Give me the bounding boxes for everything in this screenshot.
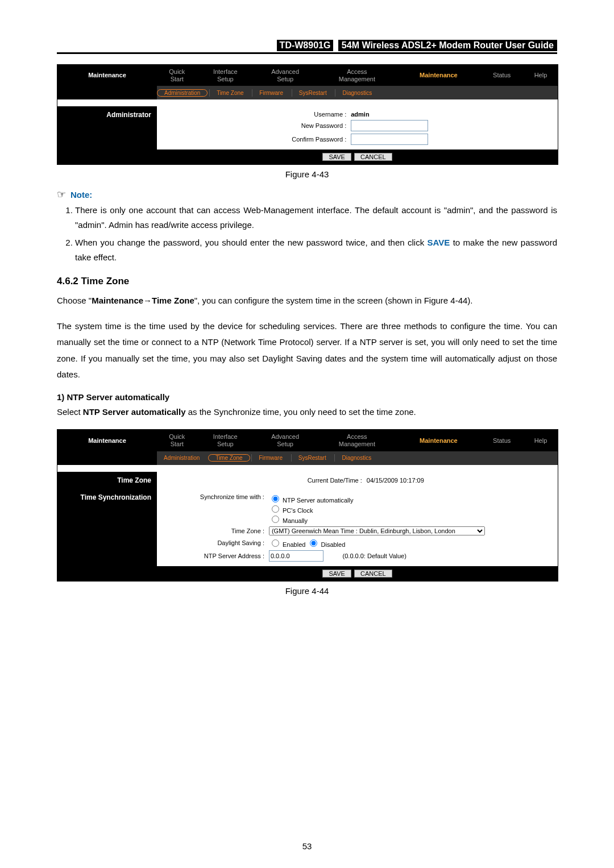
cancel-button-2[interactable] <box>354 570 392 578</box>
save-button-2[interactable] <box>322 570 351 578</box>
subnav-sysrestart[interactable]: SysRestart <box>292 89 334 97</box>
figure-4-44-caption: Figure 4-44 <box>57 586 557 596</box>
radio-dst-enabled[interactable]: Enabled <box>269 541 305 548</box>
label-new-password: New Password : <box>185 119 349 132</box>
input-confirm-password[interactable] <box>351 134 428 145</box>
subnav2-administration[interactable]: Administration <box>157 454 206 462</box>
subnav2-diagnostics[interactable]: Diagnostics <box>334 454 378 462</box>
side-administrator: Administrator <box>57 106 157 149</box>
nav2-access-management[interactable]: AccessManagement <box>317 430 397 451</box>
sub-ntp-heading: 1) NTP Server automatically <box>57 392 557 402</box>
main-nav: Maintenance QuickStart InterfaceSetup Ad… <box>57 65 558 86</box>
subnav2-firmware[interactable]: Firmware <box>251 454 289 462</box>
radio-manually[interactable]: Manually <box>269 517 308 524</box>
side-time-zone: Time Zone <box>57 472 157 489</box>
page-number: 53 <box>0 841 614 851</box>
input-ntp-address[interactable] <box>269 550 323 562</box>
nav-quick-start[interactable]: QuickStart <box>157 65 197 86</box>
note-item-2: When you change the password, you should… <box>75 235 557 264</box>
label-confirm-password: Confirm Password : <box>185 132 349 146</box>
nav2-interface-setup[interactable]: InterfaceSetup <box>197 430 254 451</box>
note-list: There is only one account that can acces… <box>57 203 557 264</box>
nav-help[interactable]: Help <box>524 65 558 86</box>
nav-advanced-setup[interactable]: AdvancedSetup <box>254 65 317 86</box>
input-new-password[interactable] <box>351 120 428 131</box>
nav2-quick-start[interactable]: QuickStart <box>157 430 197 451</box>
value-username: admin <box>351 111 369 118</box>
subnav-time-zone[interactable]: Time Zone <box>209 89 250 97</box>
nav2-advanced-setup[interactable]: AdvancedSetup <box>254 430 317 451</box>
label-ntp-address: NTP Server Address : <box>174 549 267 563</box>
para-choose: Choose "Maintenance→Time Zone", you can … <box>57 293 557 309</box>
radio-ntp-auto[interactable]: NTP Server automatically <box>269 497 354 504</box>
nav-side-title-2: Maintenance <box>57 430 157 451</box>
subnav-firmware[interactable]: Firmware <box>252 89 290 97</box>
cancel-button[interactable] <box>354 153 392 161</box>
figure-4-43-caption: Figure 4-43 <box>57 169 557 179</box>
nav2-maintenance[interactable]: Maintenance <box>397 430 480 451</box>
nav-interface-setup[interactable]: InterfaceSetup <box>197 65 254 86</box>
main-nav-2: Maintenance QuickStart InterfaceSetup Ad… <box>57 430 558 451</box>
subnav-diagnostics[interactable]: Diagnostics <box>335 89 379 97</box>
nav2-status[interactable]: Status <box>480 430 524 451</box>
value-current-datetime: 04/15/2009 10:17:09 <box>364 476 563 485</box>
figure-4-44: Maintenance QuickStart InterfaceSetup Ad… <box>57 429 558 581</box>
sub-nav-2: Administration Time Zone Firmware SysRes… <box>157 451 558 465</box>
subnav2-sysrestart[interactable]: SysRestart <box>291 454 333 462</box>
model-badge: TD-W8901G <box>277 40 334 51</box>
page-header: TD-W8901G 54M Wireless ADSL2+ Modem Rout… <box>57 40 557 54</box>
label-timezone: Time Zone : <box>174 525 267 537</box>
select-timezone[interactable]: (GMT) Greenwich Mean Time : Dublin, Edin… <box>269 526 485 535</box>
hint-ntp-default: (0.0.0.0: Default Value) <box>343 553 406 559</box>
guide-title: 54M Wireless ADSL2+ Modem Router User Gu… <box>338 40 557 51</box>
note-item-1: There is only one account that can acces… <box>75 203 557 232</box>
side-time-sync: Time Synchronization <box>57 489 157 566</box>
para-system-time: The system time is the time used by the … <box>57 318 557 383</box>
label-daylight: Daylight Saving : <box>174 537 267 549</box>
note-label: Note: <box>70 190 92 200</box>
radio-dst-disabled[interactable]: Disabled <box>307 541 345 548</box>
nav-status[interactable]: Status <box>480 65 524 86</box>
save-button[interactable] <box>322 153 351 161</box>
nav-access-management[interactable]: AccessManagement <box>317 65 397 86</box>
section-heading-time-zone: 4.6.2 Time Zone <box>57 276 557 287</box>
label-current-datetime: Current Date/Time : <box>174 476 364 485</box>
nav-side-title: Maintenance <box>57 65 157 86</box>
nav-maintenance[interactable]: Maintenance <box>397 65 480 86</box>
subnav-administration[interactable]: Administration <box>157 89 208 97</box>
sub-nav: Administration Time Zone Firmware SysRes… <box>157 86 558 99</box>
radio-pc-clock[interactable]: PC's Clock <box>269 507 313 514</box>
figure-4-43: Maintenance QuickStart InterfaceSetup Ad… <box>57 64 558 165</box>
subnav2-time-zone[interactable]: Time Zone <box>208 454 250 462</box>
note-icon: ☞ <box>57 189 66 200</box>
nav2-help[interactable]: Help <box>524 430 558 451</box>
sub-ntp-line: Select NTP Server automatically as the S… <box>57 404 557 421</box>
label-username: Username : <box>185 110 349 119</box>
label-sync: Synchronize time with : <box>174 492 267 525</box>
